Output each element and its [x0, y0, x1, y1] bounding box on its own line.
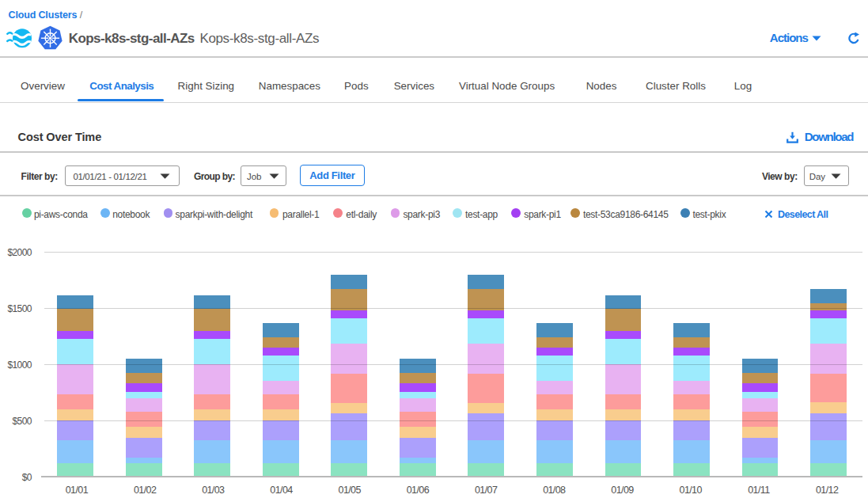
svg-text:01/02: 01/02	[134, 485, 157, 496]
svg-text:$1500: $1500	[7, 303, 32, 314]
svg-text:01/09: 01/09	[611, 485, 634, 496]
svg-text:01/10: 01/10	[680, 485, 703, 496]
svg-text:$1000: $1000	[7, 359, 32, 371]
svg-text:01/08: 01/08	[543, 485, 566, 496]
svg-text:01/03: 01/03	[202, 485, 225, 496]
svg-text:01/01: 01/01	[66, 485, 89, 496]
svg-text:$2000: $2000	[7, 247, 32, 258]
svg-text:01/05: 01/05	[339, 485, 362, 496]
svg-text:01/11: 01/11	[748, 485, 770, 496]
svg-text:01/06: 01/06	[407, 485, 430, 496]
svg-text:$0: $0	[22, 472, 32, 483]
svg-text:01/04: 01/04	[270, 485, 293, 496]
svg-text:01/07: 01/07	[475, 485, 498, 496]
svg-text:$500: $500	[13, 416, 32, 427]
svg-text:01/12: 01/12	[816, 485, 839, 496]
